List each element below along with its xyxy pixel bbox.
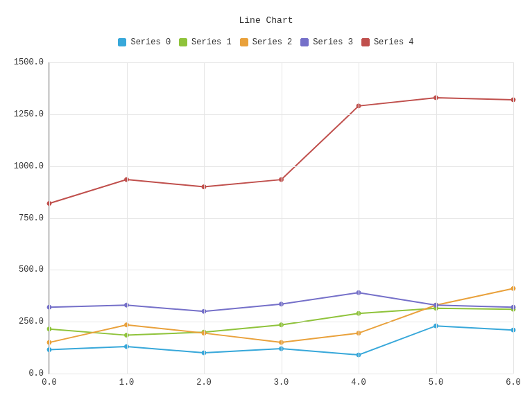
legend-label: Series 1 [191, 37, 232, 47]
legend-item-0: Series 0 [118, 37, 171, 47]
y-tick-label: 1250.0 [14, 110, 44, 119]
y-tick-label: 250.0 [19, 317, 44, 326]
legend-item-1: Series 1 [179, 37, 232, 47]
legend-swatch-icon [118, 38, 126, 46]
grid-h [49, 270, 513, 270]
legend-swatch-icon [361, 38, 370, 46]
legend-label: Series 3 [313, 37, 353, 47]
legend-label: Series 4 [374, 37, 414, 47]
x-tick-label: 2.0 [196, 378, 212, 387]
grid-h [49, 218, 513, 219]
legend-swatch-icon [300, 38, 309, 46]
plot-area: 0.01.02.03.04.05.06.00.0250.0500.0750.01… [49, 62, 513, 374]
x-tick-label: 1.0 [119, 378, 135, 387]
chart-legend: Series 0Series 1Series 2Series 3Series 4 [0, 37, 532, 49]
legend-label: Series 2 [252, 37, 293, 47]
x-tick-label: 0.0 [42, 378, 57, 387]
grid-h [49, 62, 513, 63]
y-tick-label: 1000.0 [14, 161, 44, 171]
grid-v [513, 62, 514, 374]
x-tick-label: 5.0 [429, 378, 444, 387]
legend-label: Series 0 [130, 37, 171, 47]
y-tick-label: 0.0 [28, 369, 44, 378]
grid-h [49, 114, 513, 115]
grid-h [49, 374, 513, 374]
x-tick-label: 6.0 [506, 378, 521, 387]
legend-item-2: Series 2 [240, 37, 293, 47]
legend-item-3: Series 3 [300, 37, 353, 47]
line-chart: Line Chart Series 0Series 1Series 2Serie… [0, 0, 532, 402]
x-tick-label: 4.0 [351, 378, 366, 387]
grid-h [49, 322, 513, 322]
legend-swatch-icon [179, 38, 187, 46]
y-tick-label: 500.0 [19, 265, 44, 274]
chart-title: Line Chart [0, 15, 532, 26]
legend-swatch-icon [240, 38, 248, 46]
grid-h [49, 166, 513, 167]
legend-item-4: Series 4 [361, 37, 414, 47]
x-tick-label: 3.0 [274, 378, 289, 387]
y-tick-label: 1500.0 [14, 58, 44, 67]
y-tick-label: 750.0 [19, 213, 44, 223]
